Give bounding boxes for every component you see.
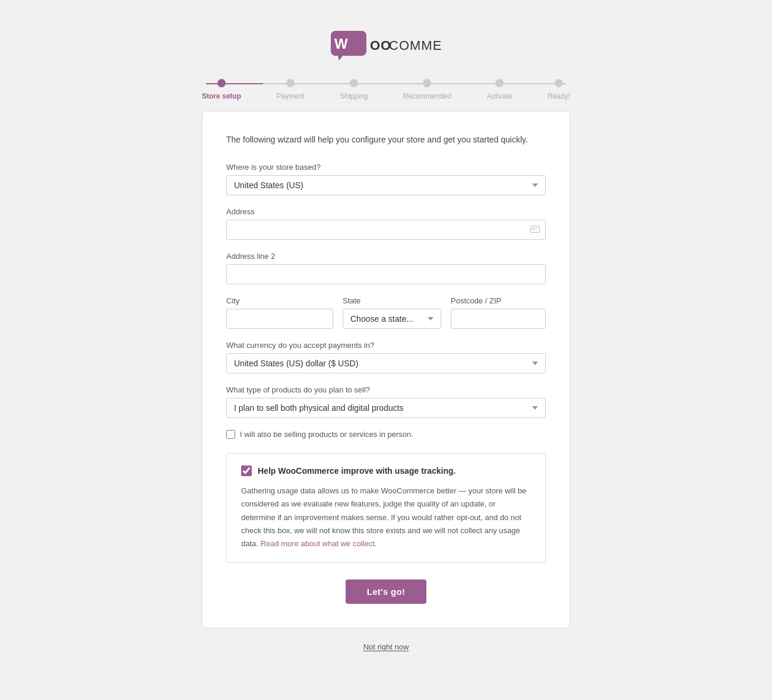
step-label-store-setup: Store setup — [202, 92, 241, 100]
store-based-select[interactable]: United States (US) — [226, 175, 546, 195]
step-dot-shipping — [350, 79, 358, 87]
store-based-label: Where is your store based? — [226, 163, 546, 172]
tracking-title: Help WooCommerce improve with usage trac… — [258, 466, 455, 476]
step-activate[interactable]: Activate — [487, 79, 512, 100]
woocommerce-logo: W OO COMMERCE — [330, 30, 442, 61]
not-right-now-link[interactable]: Not right now — [363, 642, 409, 651]
address-input-wrapper — [226, 220, 546, 240]
address2-input[interactable] — [226, 264, 546, 284]
in-person-label: I will also be selling products or servi… — [240, 430, 413, 439]
address2-field: Address line 2 — [226, 252, 546, 284]
postcode-field: Postcode / ZIP — [451, 296, 546, 329]
city-state-zip-group: City State Choose a state... Postcode / … — [226, 296, 546, 329]
step-label-recommended: Recommended — [403, 92, 451, 100]
tracking-checkbox[interactable] — [241, 465, 252, 476]
steps-container: Store setup Payment Shipping Recommended… — [202, 79, 570, 100]
address-field: Address — [226, 207, 546, 240]
steps-row: Store setup Payment Shipping Recommended… — [202, 79, 570, 100]
city-label: City — [226, 296, 333, 305]
product-type-select[interactable]: I plan to sell both physical and digital… — [226, 398, 546, 418]
step-dot-activate — [495, 79, 504, 87]
product-type-label: What type of products do you plan to sel… — [226, 385, 546, 394]
tracking-box: Help WooCommerce improve with usage trac… — [226, 453, 546, 562]
currency-field: What currency do you accept payments in?… — [226, 341, 546, 373]
lets-go-button[interactable]: Let's go! — [346, 579, 427, 604]
intro-text: The following wizard will help you confi… — [226, 133, 546, 146]
setup-card: The following wizard will help you confi… — [202, 111, 570, 628]
address-card-icon — [530, 225, 540, 235]
step-label-activate: Activate — [487, 92, 512, 100]
currency-label: What currency do you accept payments in? — [226, 341, 546, 350]
step-ready[interactable]: Ready! — [548, 79, 570, 100]
in-person-checkbox[interactable] — [226, 430, 235, 439]
state-field: State Choose a state... — [343, 296, 441, 329]
svg-text:COMMERCE: COMMERCE — [389, 38, 442, 53]
address-label: Address — [226, 207, 546, 216]
step-store-setup[interactable]: Store setup — [202, 79, 241, 100]
postcode-input[interactable] — [451, 309, 546, 329]
postcode-label: Postcode / ZIP — [451, 296, 546, 305]
tracking-description: Gathering usage data allows us to make W… — [241, 484, 531, 550]
state-select[interactable]: Choose a state... — [343, 309, 441, 329]
tracking-header: Help WooCommerce improve with usage trac… — [241, 465, 531, 476]
step-label-shipping: Shipping — [340, 92, 368, 100]
logo-area: W OO COMMERCE — [330, 30, 442, 62]
step-label-ready: Ready! — [548, 92, 570, 100]
step-dot-ready — [555, 79, 563, 87]
address2-label: Address line 2 — [226, 252, 546, 261]
tracking-link[interactable]: Read more about what we collect. — [261, 539, 377, 548]
submit-area: Let's go! — [226, 579, 546, 604]
city-field: City — [226, 296, 333, 329]
svg-text:OO: OO — [370, 38, 391, 53]
product-type-field: What type of products do you plan to sel… — [226, 385, 546, 418]
step-payment[interactable]: Payment — [277, 79, 305, 100]
in-person-row: I will also be selling products or servi… — [226, 430, 546, 439]
state-label: State — [343, 296, 441, 305]
svg-rect-5 — [531, 226, 540, 233]
address-input[interactable] — [226, 220, 546, 240]
step-dot-recommended — [423, 79, 431, 87]
svg-text:W: W — [334, 36, 348, 52]
step-label-payment: Payment — [277, 92, 305, 100]
store-based-field: Where is your store based? United States… — [226, 163, 546, 195]
city-input[interactable] — [226, 309, 333, 329]
step-shipping[interactable]: Shipping — [340, 79, 368, 100]
step-dot-payment — [286, 79, 295, 87]
step-dot-store-setup — [217, 79, 226, 87]
currency-select[interactable]: United States (US) dollar ($ USD) — [226, 353, 546, 373]
step-recommended[interactable]: Recommended — [403, 79, 451, 100]
svg-marker-1 — [338, 56, 343, 61]
